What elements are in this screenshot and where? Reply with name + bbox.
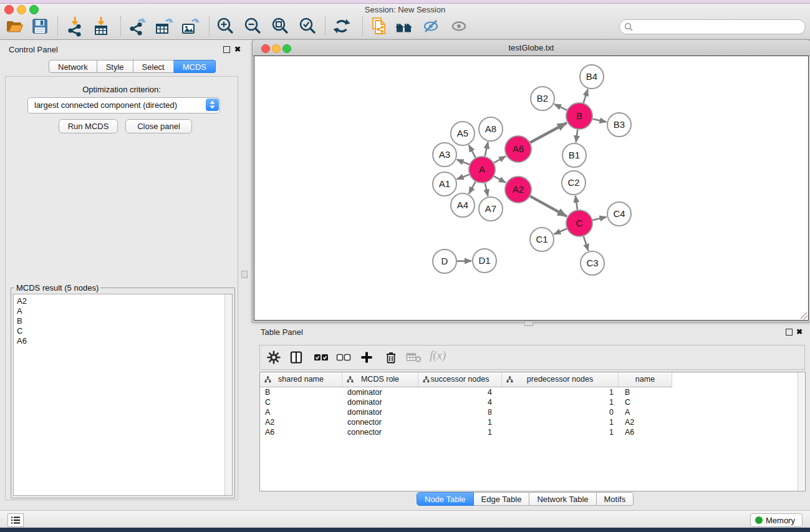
- create-column-button[interactable]: [360, 351, 374, 364]
- graph-edge-A2-C[interactable]: [530, 196, 567, 216]
- graph-node-B3[interactable]: B3: [607, 113, 631, 137]
- mcds-result-list[interactable]: A2ABCA6: [13, 294, 233, 496]
- mcds-result-item[interactable]: B: [14, 316, 232, 326]
- delete-table-button[interactable]: [406, 351, 420, 364]
- graph-node-A3[interactable]: A3: [433, 143, 456, 167]
- tab-style[interactable]: Style: [97, 60, 133, 73]
- graph-node-A5[interactable]: A5: [451, 122, 475, 145]
- tab-select[interactable]: Select: [133, 60, 174, 73]
- column-header-shared-name[interactable]: shared name: [260, 372, 342, 387]
- graph-node-A8[interactable]: A8: [479, 117, 503, 141]
- task-history-button[interactable]: [7, 513, 24, 527]
- graph-edge-A-A1[interactable]: [457, 175, 470, 180]
- graph-edge-B-B4[interactable]: [584, 89, 588, 103]
- graph-edge-A-A6[interactable]: [494, 156, 506, 163]
- zoom-fit-button[interactable]: [269, 16, 291, 37]
- search-input[interactable]: [636, 21, 801, 32]
- search-field[interactable]: [619, 19, 806, 34]
- show-details-button[interactable]: [448, 16, 470, 37]
- column-header-predecessor-nodes[interactable]: predecessor nodes: [502, 372, 619, 387]
- graph-edge-A-A3[interactable]: [456, 160, 469, 165]
- graph-node-A2[interactable]: A2: [505, 177, 531, 203]
- float-table-panel-button[interactable]: [786, 329, 793, 336]
- show-columns-button[interactable]: [289, 351, 303, 364]
- export-image-button[interactable]: [179, 16, 200, 37]
- graph-edge-C-C2[interactable]: [576, 196, 577, 210]
- graph-node-C2[interactable]: C2: [562, 171, 586, 195]
- table-row[interactable]: Adominator80A: [260, 407, 798, 417]
- criterion-dropdown[interactable]: largest connected component (directed): [27, 97, 220, 114]
- mcds-result-item[interactable]: A: [14, 306, 232, 316]
- graph-node-C3[interactable]: C3: [581, 251, 604, 275]
- graph-edge-A-A7[interactable]: [485, 183, 488, 196]
- export-network-button[interactable]: [127, 16, 148, 37]
- home-view-button[interactable]: [393, 16, 415, 37]
- vertical-splitter-handle[interactable]: [241, 271, 248, 278]
- table-row[interactable]: Cdominator41C: [260, 397, 798, 407]
- graph-node-B1[interactable]: B1: [562, 143, 586, 167]
- table-row[interactable]: Bdominator41B: [260, 387, 798, 397]
- zoom-selected-button[interactable]: [297, 16, 318, 37]
- graph-node-A7[interactable]: A7: [479, 197, 503, 221]
- mcds-result-item[interactable]: A2: [14, 296, 232, 306]
- graph-node-C[interactable]: C: [566, 210, 592, 236]
- apply-function-button[interactable]: f(x): [430, 349, 446, 362]
- tab-network-table[interactable]: Network Table: [529, 492, 596, 506]
- graph-edge-B-B1[interactable]: [576, 130, 578, 142]
- graph-node-A6[interactable]: A6: [505, 136, 531, 162]
- memory-button[interactable]: Memory: [750, 513, 803, 527]
- graph-node-D[interactable]: D: [433, 249, 456, 273]
- import-table-button[interactable]: [90, 16, 112, 37]
- column-header-MCDS-role[interactable]: MCDS role: [342, 372, 418, 387]
- graph-edge-C-C1[interactable]: [554, 229, 567, 235]
- graph-node-A1[interactable]: A1: [433, 172, 456, 196]
- graph-node-C4[interactable]: C4: [607, 202, 631, 226]
- mcds-result-item[interactable]: C: [14, 326, 232, 336]
- export-table-button[interactable]: [153, 16, 174, 37]
- zoom-in-button[interactable]: [215, 16, 236, 37]
- clone-network-button[interactable]: [368, 16, 389, 37]
- horizontal-splitter-handle[interactable]: [524, 321, 533, 326]
- tab-mcds[interactable]: MCDS: [174, 60, 216, 73]
- graph-edge-B-B2[interactable]: [554, 104, 567, 110]
- graph-edge-A-A2[interactable]: [494, 177, 506, 183]
- table-row[interactable]: A6connector11A6: [260, 427, 798, 437]
- graph-node-A4[interactable]: A4: [451, 193, 475, 217]
- toggle-bird-eye-button[interactable]: [420, 16, 441, 37]
- table-scrollbar[interactable]: [798, 372, 805, 491]
- tab-node-table[interactable]: Node Table: [417, 492, 474, 506]
- graph-edge-A-A8[interactable]: [485, 142, 488, 157]
- graph-node-A[interactable]: A: [469, 157, 495, 183]
- graph-node-C1[interactable]: C1: [530, 228, 554, 251]
- graph-edge-C-C3[interactable]: [584, 236, 589, 251]
- refresh-button[interactable]: [331, 16, 352, 37]
- graph-edge-A-A4[interactable]: [469, 181, 475, 193]
- mcds-result-item[interactable]: A6: [14, 336, 232, 346]
- column-header-name[interactable]: name: [619, 372, 672, 387]
- float-panel-button[interactable]: [223, 46, 230, 53]
- graph-edge-B-B3[interactable]: [592, 119, 606, 122]
- zoom-out-button[interactable]: [242, 16, 263, 37]
- delete-column-button[interactable]: [384, 351, 398, 364]
- column-header-successor-nodes[interactable]: successor nodes: [418, 372, 502, 387]
- resize-grip-icon[interactable]: [799, 311, 808, 320]
- graph-edge-A-A5[interactable]: [469, 145, 476, 158]
- graph-node-B[interactable]: B: [566, 103, 592, 129]
- graph-node-B4[interactable]: B4: [580, 65, 604, 89]
- import-network-button[interactable]: [64, 16, 85, 37]
- graph-edge-C-C4[interactable]: [592, 217, 606, 220]
- save-session-button[interactable]: [29, 16, 51, 37]
- tab-motifs[interactable]: Motifs: [597, 492, 634, 506]
- deselect-all-button[interactable]: [336, 351, 350, 364]
- graph-node-D1[interactable]: D1: [473, 249, 496, 273]
- open-session-button[interactable]: [4, 16, 25, 37]
- run-mcds-button[interactable]: Run MCDS: [59, 119, 118, 133]
- graph-edge-A6-B[interactable]: [530, 123, 566, 143]
- close-table-panel-button[interactable]: ✖: [796, 328, 803, 336]
- tab-network[interactable]: Network: [49, 60, 97, 73]
- network-window-titlebar[interactable]: testGlobe.txt: [253, 40, 810, 56]
- close-panel-button[interactable]: ✖: [234, 46, 241, 53]
- graph-node-B2[interactable]: B2: [531, 87, 554, 110]
- close-mcds-panel-button[interactable]: Close panel: [125, 119, 192, 133]
- result-scrollbar[interactable]: [224, 294, 232, 495]
